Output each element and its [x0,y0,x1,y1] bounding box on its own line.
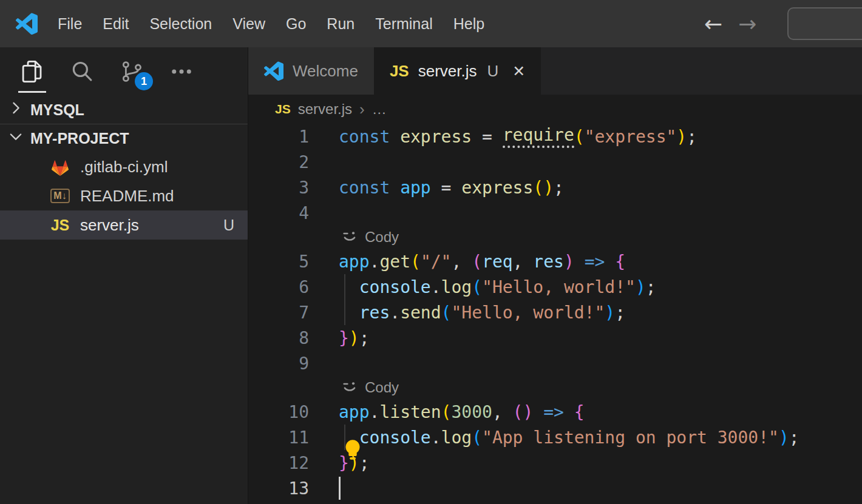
git-status-badge: U [223,217,234,234]
line-number: 3 [248,178,309,198]
code-line-4[interactable]: 4 [248,200,862,226]
file-name: server.js [80,216,139,235]
menu-bar: FileEditSelectionViewGoRunTerminalHelp [47,15,495,33]
line-number: 7 [248,303,309,323]
text-cursor [339,477,341,500]
chevron-right-icon [7,99,24,120]
tab-welcome[interactable]: Welcome [248,47,374,95]
js-icon: JS [390,62,409,81]
file-tree: .gitlab-ci.ymlM↓README.mdJSserver.jsU [0,152,248,240]
code-line-1[interactable]: 1const express = require("express"); [248,124,862,149]
code-text: console.log("Hello, world!"); [339,274,656,300]
menu-run[interactable]: Run [316,15,365,33]
line-number: 13 [248,479,309,499]
cody-icon [341,228,359,246]
line-number: 4 [248,203,309,223]
chevron-down-icon [7,128,24,149]
back-button[interactable]: ← [704,12,722,36]
section-label: MY-PROJECT [30,130,129,147]
codelens-label: Cody [365,379,399,396]
breadcrumb-symbol[interactable]: … [372,101,387,118]
code-line-10[interactable]: 10app.listen(3000, () => { [248,399,862,425]
code-line-3[interactable]: 3const app = express(); [248,175,862,200]
tab-bar: WelcomeJSserver.jsU✕ [248,47,862,95]
close-icon[interactable]: ✕ [512,62,525,80]
code-editor[interactable]: 1const express = require("express");23co… [248,124,862,501]
code-text: const express = require("express"); [339,124,697,149]
tab-server-js[interactable]: JSserver.jsU✕ [374,47,541,95]
tab-label: Welcome [293,62,358,81]
command-center-search-box[interactable] [787,7,862,40]
line-number: 11 [248,428,309,448]
line-number: 8 [248,328,309,348]
code-line-9[interactable]: 9 [248,351,862,376]
activity-bar: 1 [0,47,248,96]
gitlab-file-icon [47,157,73,177]
code-line-12[interactable]: 12}); [248,450,862,475]
cody-icon [341,378,359,397]
menu-view[interactable]: View [222,15,276,33]
tab-git-status: U [487,62,499,81]
code-text: const app = express(); [339,175,564,200]
file-item-server.js[interactable]: JSserver.jsU [0,210,248,240]
vscode-icon [264,61,283,81]
code-text: res.send("Hello, world!"); [339,300,625,325]
workbench: 1 MYSQL MY-PROJECT .gitlab-ci.ymlM↓READM… [0,47,862,504]
line-number: 1 [248,127,309,147]
source-control-icon[interactable]: 1 [118,58,146,86]
line-number: 9 [248,354,309,374]
codelens-label: Cody [365,229,399,246]
menu-selection[interactable]: Selection [139,15,222,33]
search-icon[interactable] [68,58,96,86]
menu-help[interactable]: Help [443,15,495,33]
breadcrumb-file[interactable]: server.js [298,101,352,118]
code-line-5[interactable]: 5app.get("/", (req, res) => { [248,249,862,274]
code-text: app.get("/", (req, res) => { [339,249,625,274]
code-line-2[interactable]: 2 [248,149,862,175]
js-file-icon: JS [47,217,73,234]
explorer-icon[interactable] [18,58,46,86]
markdown-file-icon: M↓ [47,189,73,203]
menu-edit[interactable]: Edit [92,15,139,33]
line-number: 5 [248,252,309,272]
vscode-logo-icon [16,13,38,35]
file-name: README.md [80,187,174,206]
code-text: console.log("App listening on port 3000!… [339,425,799,450]
editor-group: WelcomeJSserver.jsU✕ JS server.js › … 1c… [248,47,862,504]
sidebar-section-my-project[interactable]: MY-PROJECT [0,124,248,152]
cody-codelens[interactable]: Cody [248,376,862,399]
source-control-badge: 1 [135,72,153,90]
js-file-icon: JS [275,102,291,116]
file-item-.gitlab-ci.yml[interactable]: .gitlab-ci.yml [0,152,248,181]
file-name: .gitlab-ci.yml [80,158,168,176]
code-line-13[interactable]: 13 [248,475,862,501]
menu-file[interactable]: File [47,15,92,33]
cody-codelens[interactable]: Cody [248,226,862,249]
code-line-8[interactable]: 8}); [248,325,862,351]
code-text: }); [339,325,370,351]
sidebar-section-mysql[interactable]: MYSQL [0,96,248,124]
menu-go[interactable]: Go [276,15,316,33]
line-number: 10 [248,402,309,422]
title-bar: FileEditSelectionViewGoRunTerminalHelp ←… [0,0,862,47]
sidebar: 1 MYSQL MY-PROJECT .gitlab-ci.ymlM↓READM… [0,47,248,504]
vscode-window: { "titlebar": { "menus": ["File", "Edit"… [0,0,862,504]
menu-terminal[interactable]: Terminal [365,15,443,33]
section-label: MYSQL [30,101,84,119]
line-number: 6 [248,277,309,297]
breadcrumb-separator-icon: › [359,100,365,119]
lightbulb-icon[interactable] [341,438,365,466]
code-line-6[interactable]: 6 console.log("Hello, world!"); [248,274,862,300]
tab-label: server.js [418,62,477,81]
code-text [339,475,341,501]
forward-button[interactable]: → [738,12,756,36]
file-item-README.md[interactable]: M↓README.md [0,181,248,210]
code-text: app.listen(3000, () => { [339,399,585,425]
more-icon[interactable] [168,58,195,86]
line-number: 12 [248,453,309,473]
code-line-7[interactable]: 7 res.send("Hello, world!"); [248,300,862,325]
breadcrumb: JS server.js › … [248,95,862,124]
line-number: 2 [248,152,309,172]
nav-arrows: ← → [704,0,756,47]
